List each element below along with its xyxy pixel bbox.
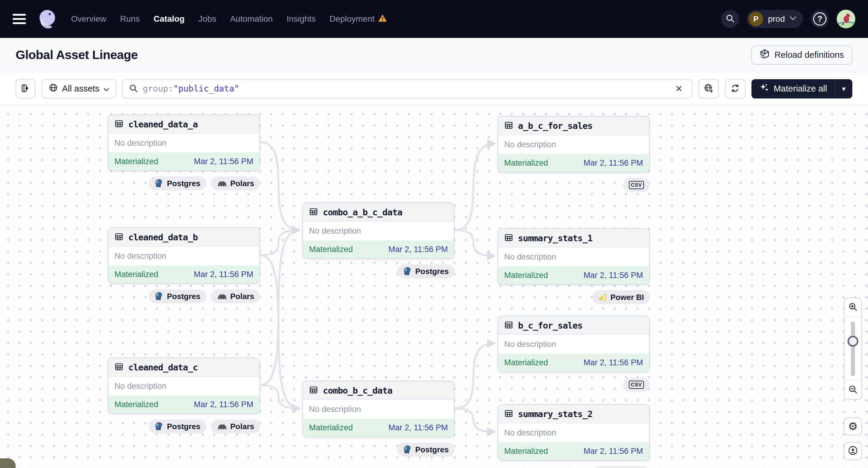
help-button[interactable]: ?: [811, 10, 829, 28]
tag-postgres[interactable]: Postgres: [397, 264, 455, 278]
asset-search-input[interactable]: group:"public_data" ✕: [122, 79, 692, 98]
navbar-right: P prod ?: [721, 10, 855, 28]
materialization-timestamp[interactable]: Mar 2, 11:56 PM: [583, 158, 643, 168]
asset-tags: Power BI: [498, 466, 650, 468]
tag-csv[interactable]: CSV: [623, 178, 650, 192]
reload-definitions-button[interactable]: Reload definitions: [751, 45, 852, 65]
search-icon: [725, 14, 735, 24]
asset-name: cleaned_data_b: [128, 232, 197, 243]
asset-card[interactable]: cleaned_data_a No description Materializ…: [108, 115, 260, 171]
nav-item-runs[interactable]: Runs: [120, 14, 140, 24]
asset-card[interactable]: summary_stats_1 No description Materiali…: [498, 228, 650, 285]
materialization-timestamp[interactable]: Mar 2, 11:56 PM: [194, 400, 253, 409]
asset-card-header: summary_stats_2: [498, 405, 649, 424]
global-search-button[interactable]: [721, 10, 739, 28]
open-panel-button[interactable]: [16, 79, 35, 98]
asset-status: Materialized: [115, 270, 158, 279]
asset-node: summary_stats_1 No description Materiali…: [498, 228, 650, 304]
user-avatar[interactable]: [837, 10, 855, 28]
nav-item-label: Runs: [120, 14, 140, 24]
page-header: Global Asset Lineage Reload definitions: [0, 38, 868, 72]
materialization-timestamp[interactable]: Mar 2, 11:56 PM: [388, 423, 448, 433]
asset-tags: CSV: [498, 378, 650, 392]
tag-label: Power BI: [611, 293, 644, 302]
tag-postgres[interactable]: Postgres: [397, 443, 455, 457]
asset-node: combo_b_c_data No description Materializ…: [302, 381, 455, 457]
graph-settings-button[interactable]: ⚙: [844, 417, 862, 435]
materialize-all-split-button: Materialize all ▾: [751, 79, 852, 98]
asset-description: No description: [498, 135, 649, 154]
zoom-slider-track[interactable]: [851, 321, 855, 376]
tag-csv[interactable]: CSV: [623, 378, 650, 392]
table-icon: [309, 207, 318, 217]
asset-card-header: cleaned_data_c: [108, 358, 259, 377]
tag-power-bi[interactable]: Power BI: [592, 466, 650, 468]
deployment-switcher[interactable]: P prod: [747, 10, 803, 28]
asset-filter-label: All assets: [62, 84, 99, 94]
tag-polars[interactable]: Polars: [211, 177, 260, 190]
asset-node: summary_stats_2 No description Materiali…: [498, 404, 650, 468]
asset-card[interactable]: combo_b_c_data No description Materializ…: [302, 381, 455, 437]
nav-item-automation[interactable]: Automation: [230, 14, 273, 24]
nav-item-label: Overview: [71, 14, 106, 24]
zoom-out-button[interactable]: [844, 381, 861, 399]
nav-item-overview[interactable]: Overview: [71, 14, 106, 24]
tag-label: Postgres: [415, 267, 449, 276]
tag-postgres[interactable]: Postgres: [149, 177, 206, 190]
materialization-timestamp[interactable]: Mar 2, 11:56 PM: [194, 270, 253, 279]
asset-card[interactable]: cleaned_data_b No description Materializ…: [108, 227, 260, 284]
asset-status: Materialized: [115, 157, 158, 166]
hamburger-menu-icon[interactable]: [13, 14, 26, 24]
nav-item-jobs[interactable]: Jobs: [198, 14, 216, 24]
lineage-canvas[interactable]: cleaned_data_a No description Materializ…: [0, 105, 868, 468]
asset-card[interactable]: combo_a_b_c_data No description Material…: [302, 202, 455, 259]
tag-postgres[interactable]: Postgres: [149, 419, 206, 433]
nav-item-deployment[interactable]: Deployment: [330, 14, 387, 24]
asset-status: Materialized: [504, 158, 548, 168]
materialization-timestamp[interactable]: Mar 2, 11:56 PM: [194, 157, 253, 166]
materialize-all-button[interactable]: Materialize all: [751, 79, 835, 98]
materialization-timestamp[interactable]: Mar 2, 11:56 PM: [583, 447, 643, 456]
nav-menu: OverviewRunsCatalogJobsAutomationInsight…: [71, 14, 387, 24]
search-query-text: group:"public_data": [143, 84, 667, 94]
nav-item-insights[interactable]: Insights: [287, 14, 316, 24]
materialization-timestamp[interactable]: Mar 2, 11:56 PM: [583, 271, 643, 280]
asset-card[interactable]: summary_stats_2 No description Materiali…: [498, 404, 650, 461]
zoom-in-button[interactable]: [844, 298, 861, 317]
table-icon: [115, 232, 123, 243]
tag-polars[interactable]: Polars: [211, 289, 260, 303]
nav-item-label: Catalog: [154, 14, 185, 24]
tag-postgres[interactable]: Postgres: [149, 289, 206, 303]
polars-icon: [217, 293, 227, 300]
tag-power-bi[interactable]: Power BI: [592, 290, 650, 304]
asset-filter-dropdown[interactable]: All assets: [41, 79, 116, 98]
asset-card[interactable]: a_b_c_for_sales No description Materiali…: [498, 116, 650, 173]
asset-node: cleaned_data_b No description Materializ…: [108, 227, 260, 303]
clear-search-button[interactable]: ✕: [672, 84, 686, 94]
asset-card[interactable]: b_c_for_sales No description Materialize…: [498, 316, 650, 372]
zoom-slider-knob[interactable]: [847, 336, 858, 347]
asset-tags: CSV: [498, 178, 650, 192]
postgres-icon: [403, 445, 412, 454]
asset-card[interactable]: cleaned_data_c No description Materializ…: [108, 357, 260, 414]
nav-item-catalog[interactable]: Catalog: [154, 14, 185, 24]
materialize-options-caret[interactable]: ▾: [835, 79, 852, 98]
asset-status: Materialized: [309, 245, 353, 254]
asset-node: cleaned_data_a No description Materializ…: [108, 115, 260, 190]
materialization-timestamp[interactable]: Mar 2, 11:56 PM: [583, 358, 643, 367]
zoom-slider[interactable]: [844, 317, 861, 381]
materialization-timestamp[interactable]: Mar 2, 11:56 PM: [388, 245, 448, 254]
dagster-logo[interactable]: [37, 9, 57, 29]
asset-card-header: combo_b_c_data: [303, 381, 454, 400]
tag-polars[interactable]: Polars: [211, 419, 260, 433]
asset-name: cleaned_data_a: [128, 119, 197, 129]
download-image-button[interactable]: [844, 442, 862, 460]
postgres-icon: [155, 292, 163, 301]
asset-name: summary_stats_1: [518, 233, 592, 243]
asset-card-header: b_c_for_sales: [498, 316, 649, 335]
asset-name: combo_a_b_c_data: [323, 207, 402, 217]
refresh-button[interactable]: [725, 79, 745, 98]
table-icon: [115, 119, 123, 129]
view-options-button[interactable]: [699, 79, 719, 98]
reload-definitions-label: Reload definitions: [774, 50, 844, 60]
